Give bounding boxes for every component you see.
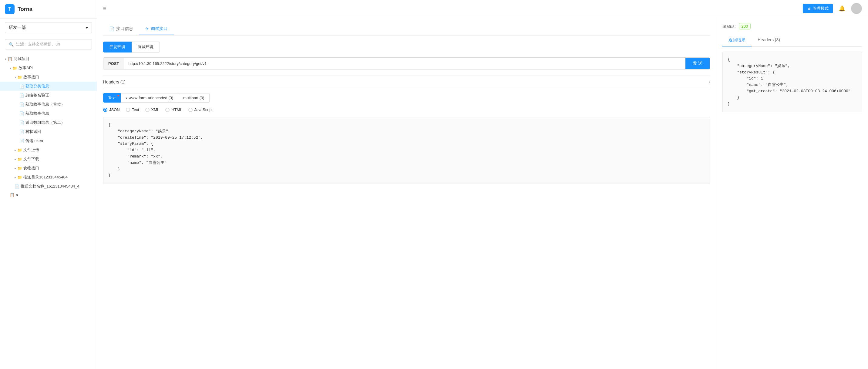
result-tab-headers[interactable]: Headers (3) (751, 34, 786, 47)
result-code-viewer: { "categoryName": "娱乐", "storyResult": {… (722, 52, 862, 112)
chevron-right-icon: ▸ (14, 176, 16, 179)
file-icon: 📄 (20, 120, 24, 125)
result-tabs: 返回结果 Headers (3) (722, 34, 862, 47)
radio-xml[interactable]: XML (145, 107, 159, 112)
url-input[interactable] (124, 58, 685, 69)
headers-section[interactable]: Headers (1) › (103, 76, 710, 88)
book-icon: 📋 (8, 57, 12, 61)
tree-item-get-story-first[interactable]: 📄 获取故事信息（首位） (0, 100, 97, 109)
body-tab-multipart[interactable]: multipart (0) (178, 93, 209, 103)
logo-icon: T (5, 4, 14, 14)
radio-js-label: JavaScript (194, 107, 213, 112)
body-code-editor[interactable]: { "categoryName": "娱乐", "createTime": "2… (103, 117, 710, 184)
radio-html[interactable]: HTML (165, 107, 182, 112)
tree-item-file-download[interactable]: ▸ 📁 文件下载 (0, 154, 97, 164)
radio-js-circle (188, 108, 193, 112)
env-buttons: 开发环境 测试环境 (103, 41, 710, 53)
sidebar-header: T Torna (0, 0, 97, 19)
radio-text-label: Text (132, 107, 139, 112)
book-icon: 📋 (10, 193, 14, 197)
tree-label-file-upload: 文件上传 (23, 147, 39, 153)
status-label: Status: (722, 24, 736, 29)
tab-api-info[interactable]: 📄 接口信息 (103, 23, 139, 35)
file-icon: 📄 (14, 184, 20, 189)
monitor-icon: 🖥 (807, 6, 811, 10)
menu-icon[interactable]: ≡ (103, 5, 106, 11)
tree-label-return-array: 返回数组结果（第二） (26, 120, 65, 125)
api-panel: 📄 接口信息 ✈ 调试接口 开发环境 测试环境 POST 发 送 (97, 17, 716, 369)
tree-label-story-api: 故事API (19, 65, 33, 71)
search-box[interactable]: 🔍 过滤：支持文档标题、url (5, 39, 92, 50)
file-icon: 📄 (20, 84, 24, 89)
status-badge: 200 (739, 23, 751, 29)
folder-icon: 📁 (17, 175, 22, 180)
tab-api-debug[interactable]: ✈ 调试接口 (139, 23, 174, 35)
chevron-right-icon: ▸ (14, 148, 16, 152)
radio-json[interactable]: JSON (103, 107, 120, 112)
file-icon: 📄 (20, 111, 24, 116)
chevron-down-icon: ▾ (5, 57, 6, 61)
test-env-button[interactable]: 测试环境 (132, 41, 160, 53)
radio-javascript[interactable]: JavaScript (188, 107, 213, 112)
folder-icon: 📁 (17, 166, 22, 171)
user-avatar-button[interactable] (851, 3, 862, 14)
tree-item-a[interactable]: 📋 a (0, 191, 97, 199)
tree-item-ignore-sign[interactable]: 📄 忽略签名验证 (0, 91, 97, 100)
tree-item-push-doc[interactable]: 📄 推送文档名称_1612313445484_4 (0, 182, 97, 191)
tree-label-get-category: 获取分类信息 (26, 83, 49, 89)
tree-item-tree-return[interactable]: 📄 树状返回 (0, 127, 97, 136)
tab-info-label: 接口信息 (116, 26, 133, 32)
search-icon: 🔍 (9, 42, 14, 47)
chevron-down-icon: ▾ (14, 76, 16, 79)
tree-label-shop: 商城项目 (14, 56, 29, 62)
sidebar: T Torna 研发一部 ▾ 🔍 过滤：支持文档标题、url ▾ 📋 商城项目 … (0, 0, 97, 369)
radio-xml-label: XML (151, 107, 159, 112)
app-title: Torna (18, 6, 32, 12)
file-icon: 📄 (20, 130, 24, 134)
tree-item-story-api[interactable]: ▾ 📁 故事API (0, 63, 97, 73)
folder-icon: 📁 (17, 148, 22, 152)
headers-title: Headers (1) (103, 80, 126, 84)
project-selector[interactable]: 研发一部 ▾ (5, 22, 92, 33)
tree-item-pass-token[interactable]: 📄 传递token (0, 136, 97, 145)
admin-mode-button[interactable]: 🖥 管理模式 (803, 4, 833, 13)
file-text-icon: 📄 (109, 26, 114, 31)
body-tab-form-label: x-www-form-urlencoded (3) (126, 95, 173, 100)
radio-json-label: JSON (109, 107, 120, 112)
radio-html-label: HTML (172, 107, 182, 112)
result-tab-response[interactable]: 返回结果 (722, 34, 751, 47)
tree-item-shop[interactable]: ▾ 📋 商城项目 (0, 54, 97, 63)
method-badge: POST (103, 58, 124, 69)
tree-label-get-story-first: 获取故事信息（首位） (26, 102, 65, 107)
tree-label-pass-token: 传递token (26, 138, 43, 144)
tree-item-push-dir[interactable]: ▸ 📁 推送目录1612313445484 (0, 173, 97, 182)
tree-label-a: a (16, 193, 18, 197)
body-tab-form[interactable]: x-www-form-urlencoded (3) (121, 93, 178, 103)
tab-debug-label: 调试接口 (151, 26, 168, 32)
content-area: 📄 接口信息 ✈ 调试接口 开发环境 测试环境 POST 发 送 (97, 17, 868, 369)
tree-item-file-upload[interactable]: ▸ 📁 文件上传 (0, 145, 97, 154)
tree-label-tree-return: 树状返回 (26, 129, 41, 135)
folder-icon: 📁 (12, 66, 17, 70)
body-tab-text-label: Text (108, 95, 116, 100)
tree-item-story-interface[interactable]: ▾ 📁 故事接口 (0, 73, 97, 82)
tree-label-push-doc: 推送文档名称_1612313445484_4 (21, 183, 80, 189)
topbar: ≡ 🖥 管理模式 🔔 (97, 0, 868, 17)
tree-item-get-category[interactable]: 📄 获取分类信息 (0, 82, 97, 91)
tree-item-food-interface[interactable]: ▸ 📁 食物接口 (0, 164, 97, 173)
search-placeholder: 过滤：支持文档标题、url (16, 41, 60, 47)
dev-env-button[interactable]: 开发环境 (103, 41, 132, 53)
url-bar: POST 发 送 (103, 57, 710, 69)
tree-item-return-array[interactable]: 📄 返回数组结果（第二） (0, 118, 97, 127)
radio-html-circle (165, 108, 169, 112)
tree-label-get-story: 获取故事信息 (26, 111, 49, 116)
chevron-right-icon: ▸ (14, 158, 16, 161)
body-tab-text[interactable]: Text (103, 93, 121, 103)
radio-text[interactable]: Text (126, 107, 139, 112)
file-icon: 📄 (20, 102, 24, 107)
topbar-left: ≡ (103, 5, 106, 11)
send-button[interactable]: 发 送 (685, 58, 710, 69)
tree-item-get-story[interactable]: 📄 获取故事信息 (0, 109, 97, 118)
send-icon: ✈ (145, 26, 149, 31)
notification-bell-button[interactable]: 🔔 (836, 3, 847, 14)
